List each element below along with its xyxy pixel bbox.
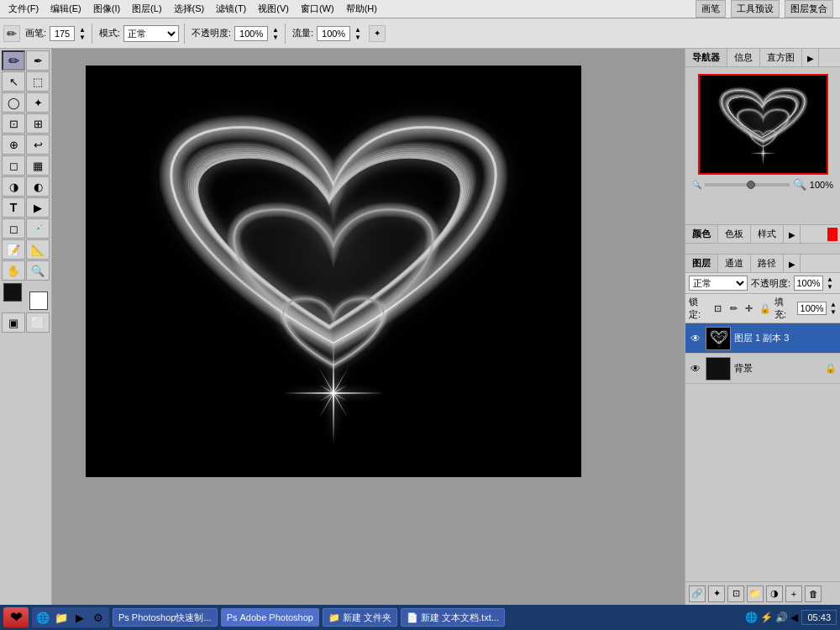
layers-opacity-input[interactable] <box>794 276 823 291</box>
tool-screen-mode[interactable]: ⬜ <box>26 312 50 333</box>
layers-mode-select[interactable]: 正常 <box>689 276 748 291</box>
tab-swatches[interactable]: 色板 <box>718 225 751 243</box>
tray-icon-2[interactable]: ⚡ <box>760 612 773 623</box>
navigator-preview[interactable] <box>698 74 828 175</box>
tab-navigator[interactable]: 导航器 <box>685 49 727 66</box>
flow-input[interactable] <box>317 26 350 41</box>
add-link-button[interactable]: 🔗 <box>689 585 706 602</box>
menu-file[interactable]: 文件(F) <box>3 1 44 17</box>
tool-preset-button[interactable]: 工具预设 <box>731 0 780 18</box>
tab-info[interactable]: 信息 <box>727 49 760 66</box>
tool-brush[interactable]: ✏ <box>2 50 25 71</box>
taskbar-btn-text[interactable]: 📄 新建 文本文档.txt... <box>401 608 505 627</box>
tool-heal[interactable]: ⊞ <box>26 113 50 134</box>
fill-input[interactable] <box>797 302 827 315</box>
menu-edit[interactable]: 编辑(E) <box>45 1 87 17</box>
tab-channels[interactable]: 通道 <box>718 255 751 272</box>
lock-all-icon[interactable]: 🔒 <box>759 302 771 315</box>
menu-select[interactable]: 选择(S) <box>169 1 210 17</box>
add-mask-button[interactable]: ⊡ <box>727 585 744 602</box>
settings-icon[interactable]: ⚙ <box>90 609 107 626</box>
foreground-color[interactable] <box>3 283 22 302</box>
zoom-slider[interactable] <box>705 183 790 186</box>
tool-notes[interactable]: 📝 <box>2 239 25 260</box>
tool-history-brush[interactable]: ↩ <box>26 134 50 155</box>
zoom-thumb[interactable] <box>747 181 755 189</box>
brush-size-up[interactable]: ▲ <box>78 26 87 34</box>
tool-gradient[interactable]: ▦ <box>26 155 50 176</box>
airbrush-icon[interactable]: ✦ <box>369 25 386 42</box>
tool-magic-wand[interactable]: ✦ <box>26 92 50 113</box>
tool-burn[interactable]: ◐ <box>26 176 50 197</box>
tool-pen[interactable]: ✒ <box>26 50 50 71</box>
new-layer-button[interactable]: + <box>785 585 802 602</box>
layers-panel-menu-icon[interactable]: ▶ <box>784 255 801 273</box>
tray-icon-1[interactable]: 🌐 <box>745 612 758 623</box>
tool-quick-mask[interactable]: ▣ <box>2 312 25 333</box>
menu-filter[interactable]: 滤镜(T) <box>211 1 251 17</box>
folder-icon[interactable]: 📁 <box>53 609 70 626</box>
brush-size-down[interactable]: ▼ <box>78 34 87 41</box>
tool-shape[interactable]: ◻ <box>2 218 25 239</box>
menu-window[interactable]: 窗口(W) <box>296 1 339 17</box>
ie-icon[interactable]: 🌐 <box>34 609 51 626</box>
menu-help[interactable]: 帮助(H) <box>341 1 382 17</box>
taskbar-btn-photoshop-quick[interactable]: Ps Photoshop快速制... <box>113 608 218 627</box>
opacity-arrow-up[interactable]: ▲ <box>827 276 833 283</box>
brush-size-input[interactable] <box>50 26 75 41</box>
tool-eyedropper[interactable]: 💉 <box>26 218 50 239</box>
tab-paths[interactable]: 路径 <box>751 255 784 272</box>
opacity-up[interactable]: ▲ <box>271 26 280 34</box>
brush-preset-button[interactable]: 画笔 <box>696 0 726 18</box>
new-adj-layer-button[interactable]: ◑ <box>766 585 783 602</box>
tool-move[interactable]: ↖ <box>2 71 25 92</box>
menu-layer[interactable]: 图层(L) <box>127 1 166 17</box>
opacity-down[interactable]: ▼ <box>271 34 280 41</box>
tool-stamp[interactable]: ⊕ <box>2 134 25 155</box>
taskbar-btn-folder[interactable]: 📁 新建 文件夹 <box>323 608 397 627</box>
menu-image[interactable]: 图像(I) <box>88 1 125 17</box>
layer-visibility-eye[interactable]: 👁 <box>689 362 702 375</box>
tool-lasso[interactable]: ◯ <box>2 92 25 113</box>
tool-dodge[interactable]: ◑ <box>2 176 25 197</box>
opacity-arrow-down[interactable]: ▼ <box>827 283 833 291</box>
layer-comp-button[interactable]: 图层复合 <box>785 0 833 18</box>
layer-visibility-eye[interactable]: 👁 <box>689 332 702 345</box>
tool-marquee[interactable]: ⬚ <box>26 71 50 92</box>
fill-arrow-down[interactable]: ▼ <box>830 308 837 316</box>
layer-item[interactable]: 👁 图层 1 副本 3 <box>685 323 840 354</box>
tab-styles[interactable]: 样式 <box>751 225 784 243</box>
new-group-button[interactable]: 📁 <box>747 585 764 602</box>
lock-position-icon[interactable]: ✛ <box>743 302 756 315</box>
tool-eraser[interactable]: ◻ <box>2 155 25 176</box>
layer-item[interactable]: 👁 背景 🔒 <box>685 354 840 384</box>
tab-layers[interactable]: 图层 <box>685 255 718 272</box>
opacity-input[interactable] <box>234 26 268 41</box>
zoom-out-icon[interactable]: 🔍 <box>692 181 701 189</box>
fill-arrow-up[interactable]: ▲ <box>830 301 837 308</box>
start-button[interactable]: ❤ <box>3 607 29 627</box>
delete-layer-button[interactable]: 🗑 <box>805 585 822 602</box>
tab-color[interactable]: 颜色 <box>685 225 718 243</box>
tray-arrow[interactable]: ◀ <box>790 612 798 623</box>
tool-type[interactable]: T <box>2 197 25 218</box>
flow-down[interactable]: ▼ <box>354 34 362 41</box>
tool-measure[interactable]: 📐 <box>26 239 50 260</box>
tool-hand[interactable]: ✋ <box>2 260 25 281</box>
lock-transparent-icon[interactable]: ⊡ <box>711 302 724 315</box>
menu-view[interactable]: 视图(V) <box>253 1 294 17</box>
tool-zoom[interactable]: 🔍 <box>26 260 50 281</box>
background-color[interactable] <box>29 291 48 310</box>
mode-select[interactable]: 正常 溶解 正片叠底 <box>123 25 179 42</box>
tool-path-select[interactable]: ▶ <box>26 197 50 218</box>
brush-tool-icon[interactable]: ✏ <box>3 25 20 42</box>
flow-up[interactable]: ▲ <box>354 26 362 34</box>
panel-menu-icon[interactable]: ▶ <box>802 49 819 67</box>
zoom-in-icon[interactable]: 🔍 <box>793 178 806 191</box>
media-icon[interactable]: ▶ <box>71 609 88 626</box>
canvas-container[interactable] <box>86 66 581 477</box>
tool-crop[interactable]: ⊡ <box>2 113 25 134</box>
tray-icon-3[interactable]: 🔊 <box>775 612 788 623</box>
tab-histogram[interactable]: 直方图 <box>760 49 802 66</box>
lock-paint-icon[interactable]: ✏ <box>727 302 740 315</box>
